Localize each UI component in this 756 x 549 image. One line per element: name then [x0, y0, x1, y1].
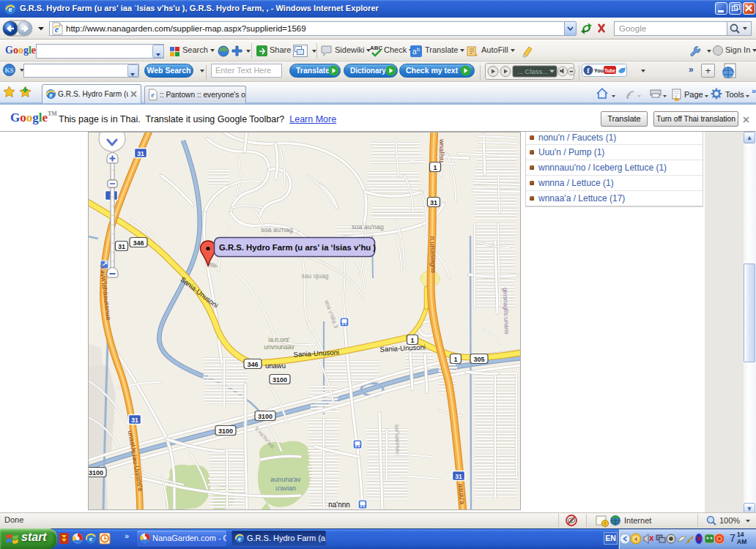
svg-text:b: b — [417, 47, 420, 52]
svg-text:346: 346 — [133, 239, 144, 247]
svg-text:n.uisasiagns: n.uisasiagns — [429, 236, 437, 274]
svg-text:346: 346 — [247, 361, 258, 368]
svg-text:e: e — [55, 24, 59, 34]
svg-text:3100: 3100 — [218, 427, 233, 435]
svg-text:... Class...: ... Class... — [517, 67, 548, 75]
svg-text:G.R.S. Hydro Farm (u ars’ ia ‘: G.R.S. Hydro Farm (u ars’ ia ‘lsias v’hu… — [219, 243, 376, 252]
svg-text:1: 1 — [433, 164, 437, 171]
svg-text:3100: 3100 — [258, 413, 273, 420]
svg-text:31: 31 — [118, 243, 125, 250]
svg-text:100%: 100% — [719, 516, 740, 525]
svg-text:Page: Page — [684, 90, 703, 99]
svg-text:1: 1 — [453, 356, 457, 363]
svg-text:You: You — [594, 68, 604, 73]
svg-text:iuv'iuannuu: iuv'iuannuu — [393, 425, 401, 455]
svg-text:soa au'nag: soa au'nag — [352, 223, 384, 231]
svg-text:31: 31 — [131, 417, 138, 424]
svg-text:3100: 3100 — [273, 376, 287, 384]
svg-text:wnalïsu: wnalïsu — [438, 138, 446, 163]
svg-text:e: e — [9, 4, 12, 13]
svg-text:unawu: unawu — [265, 362, 286, 370]
svg-text:e: e — [151, 91, 155, 99]
svg-text:KS: KS — [4, 67, 13, 74]
svg-text:Tools: Tools — [725, 90, 744, 99]
svg-text:e: e — [89, 535, 92, 542]
svg-text:soa au'nag: soa au'nag — [261, 226, 293, 234]
svg-text:unvnunaav: unvnunaav — [264, 343, 294, 351]
svg-text:305: 305 — [473, 356, 484, 363]
svg-text:u'avian: u'avian — [275, 485, 296, 492]
svg-text:ia.n.ors': ia.n.ors' — [268, 336, 290, 343]
svg-text:»: » — [752, 86, 756, 95]
svg-text:31: 31 — [430, 199, 437, 206]
svg-text:na'nnn: na'nnn — [328, 501, 350, 509]
svg-text:aununa'av: aununa'av — [270, 476, 301, 483]
svg-text:4: 4 — [634, 536, 638, 542]
svg-text:sau ojuag: sau ojuag — [302, 272, 329, 280]
svg-text:31: 31 — [137, 150, 144, 157]
svg-text:3100: 3100 — [89, 469, 103, 477]
svg-text:!: ! — [604, 521, 606, 526]
svg-text:31: 31 — [455, 473, 462, 480]
svg-text:e: e — [238, 535, 241, 542]
svg-text:Internet: Internet — [624, 516, 651, 525]
svg-text:Tube: Tube — [604, 68, 615, 73]
svg-text:1: 1 — [410, 337, 414, 344]
svg-text:e: e — [49, 91, 53, 99]
